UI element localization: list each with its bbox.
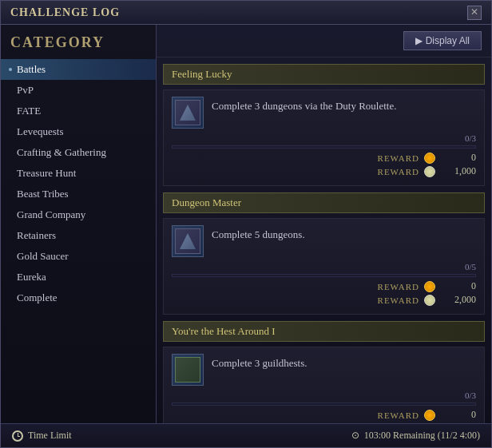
sidebar-item-label: Levequests <box>17 125 63 137</box>
reward-label: Reward <box>378 410 419 420</box>
progress-bar-container <box>172 402 476 406</box>
sidebar-item-levequests[interactable]: Levequests <box>1 121 156 142</box>
challenge-icon-dungeon <box>172 225 204 257</box>
display-all-button[interactable]: ▶ Display All <box>403 31 482 50</box>
sidebar-item-beast-tribes[interactable]: Beast Tribes <box>1 184 156 204</box>
time-limit: Time Limit <box>12 430 72 442</box>
progress-row: 0/3 <box>172 391 476 400</box>
challenge-log-window: Challenge Log ✕ Category Battles PvP FAT… <box>0 0 492 448</box>
content-area: Category Battles PvP FATE Levequests Cra… <box>1 25 491 423</box>
challenge-top: Complete 5 dungeons. <box>172 225 476 257</box>
sidebar-item-complete[interactable]: Complete <box>1 287 156 308</box>
main-panel: ▶ Display All Feeling Lucky Complete 3 d… <box>157 25 491 423</box>
sidebar-item-label: Gold Saucer <box>17 250 69 262</box>
window-title: Challenge Log <box>10 6 120 19</box>
progress-row: 0/5 <box>172 262 476 272</box>
reward-exp-value: 0 <box>440 409 476 421</box>
sidebar-item-eureka[interactable]: Eureka <box>1 267 156 287</box>
reward-row-exp: Reward 0 <box>172 280 476 292</box>
status-bar: Time Limit ⊙ 103:00 Remaining (11/2 4:00… <box>1 423 491 447</box>
sidebar-item-battles[interactable]: Battles <box>1 59 156 80</box>
challenge-icon-dungeon <box>172 97 204 129</box>
reward-label: Reward <box>378 153 419 163</box>
guild-icon <box>175 357 200 383</box>
progress-text: 0/3 <box>465 391 476 400</box>
sidebar: Category Battles PvP FATE Levequests Cra… <box>1 25 157 423</box>
sidebar-item-retainers[interactable]: Retainers <box>1 225 156 246</box>
challenge-top: Complete 3 guildhests. <box>172 354 476 386</box>
time-limit-label: Time Limit <box>28 430 72 442</box>
challenge-card: Complete 3 dungeons via the Duty Roulett… <box>163 89 485 186</box>
sidebar-item-label: Grand Company <box>17 208 85 220</box>
reward-row-gil: Reward 1,000 <box>172 165 476 177</box>
sidebar-item-label: Battles <box>17 63 46 75</box>
challenge-list[interactable]: Feeling Lucky Complete 3 dungeons via th… <box>157 57 491 423</box>
sidebar-item-label: Beast Tribes <box>17 188 69 200</box>
challenge-top: Complete 3 dungeons via the Duty Roulett… <box>172 97 476 129</box>
challenge-icon-guild <box>172 354 204 386</box>
reward-label-gil: Reward <box>378 295 419 305</box>
challenge-section-hest-1: You're the Hest Around I Complete 3 guil… <box>163 321 485 423</box>
category-header: Category <box>1 31 156 59</box>
sidebar-item-fate[interactable]: FATE <box>1 101 156 121</box>
sidebar-item-gold-saucer[interactable]: Gold Saucer <box>1 246 156 267</box>
reward-label: Reward <box>378 282 419 291</box>
clock-icon-2: ⊙ <box>351 430 359 442</box>
exp-icon <box>424 153 435 164</box>
challenge-section-dungeon-master: Dungeon Master Complete 5 dungeons. 0/5 <box>163 192 485 315</box>
reward-exp-value: 0 <box>440 280 476 292</box>
sidebar-item-label: Eureka <box>17 271 46 283</box>
exp-icon <box>424 410 435 421</box>
sidebar-item-pvp[interactable]: PvP <box>1 80 156 101</box>
reward-row-gil: Reward 2,000 <box>172 294 476 306</box>
challenge-card: Complete 3 guildhests. 0/3 Reward 0 <box>163 347 485 423</box>
progress-bar-container <box>172 274 476 277</box>
close-button[interactable]: ✕ <box>467 6 482 20</box>
challenge-description: Complete 3 guildhests. <box>212 354 476 370</box>
display-all-bar: ▶ Display All <box>157 25 491 57</box>
sidebar-item-crafting-gathering[interactable]: Crafting & Gathering <box>1 142 156 163</box>
remaining-text: ⊙ 103:00 Remaining (11/2 4:00) <box>351 430 480 442</box>
sidebar-item-label: Complete <box>17 291 58 303</box>
sidebar-item-label: Retainers <box>17 229 56 241</box>
sidebar-item-label: Treasure Hunt <box>17 167 76 179</box>
sidebar-item-grand-company[interactable]: Grand Company <box>1 204 156 225</box>
sidebar-item-label: FATE <box>17 105 41 117</box>
sidebar-item-label: Crafting & Gathering <box>17 146 106 158</box>
progress-text: 0/5 <box>465 262 476 272</box>
remaining-value: 103:00 Remaining (11/2 4:00) <box>364 430 480 442</box>
section-header: You're the Hest Around I <box>163 321 485 342</box>
progress-text: 0/3 <box>465 133 476 143</box>
challenge-section-feeling-lucky: Feeling Lucky Complete 3 dungeons via th… <box>163 64 485 186</box>
dungeon-icon <box>175 100 200 125</box>
reward-gil-value: 1,000 <box>440 165 476 177</box>
reward-row-exp: Reward 0 <box>172 152 476 164</box>
challenge-description: Complete 3 dungeons via the Duty Roulett… <box>212 97 476 113</box>
reward-gil-value: 2,000 <box>440 294 476 306</box>
sidebar-item-treasure-hunt[interactable]: Treasure Hunt <box>1 163 156 184</box>
clock-icon <box>12 430 23 442</box>
reward-exp-value: 0 <box>440 152 476 164</box>
progress-row: 0/3 <box>172 133 476 143</box>
exp-icon <box>424 281 435 292</box>
sidebar-item-label: PvP <box>17 84 34 96</box>
gil-icon <box>424 295 435 306</box>
section-header: Dungeon Master <box>163 192 485 213</box>
challenge-description: Complete 5 dungeons. <box>212 225 476 241</box>
challenge-card: Complete 5 dungeons. 0/5 Reward 0 <box>163 218 485 315</box>
progress-bar-container <box>172 145 476 149</box>
section-header: Feeling Lucky <box>163 64 485 85</box>
title-bar: Challenge Log ✕ <box>1 1 491 25</box>
dungeon-icon <box>175 228 200 254</box>
reward-label-gil: Reward <box>378 167 419 176</box>
reward-row-exp: Reward 0 <box>172 409 476 421</box>
gil-icon <box>424 166 435 177</box>
